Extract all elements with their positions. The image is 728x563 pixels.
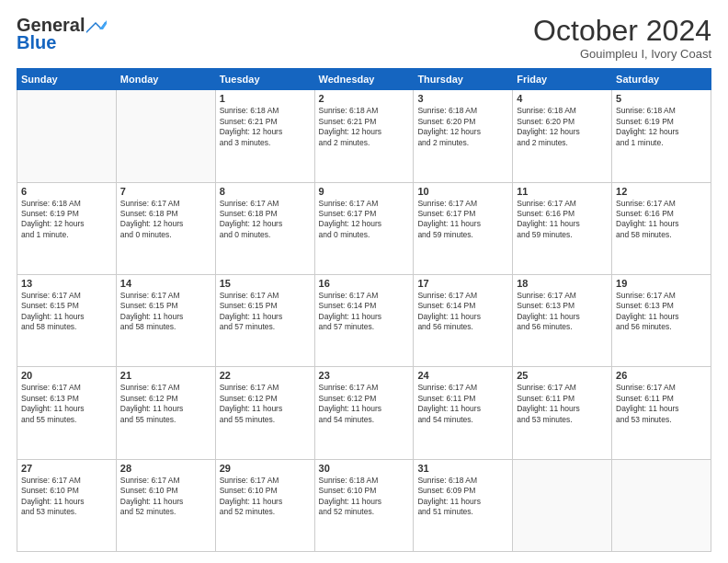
- day-info: Sunrise: 6:17 AM Sunset: 6:15 PM Dayligh…: [120, 291, 211, 333]
- calendar-day-header: Monday: [116, 69, 215, 90]
- day-info: Sunrise: 6:18 AM Sunset: 6:10 PM Dayligh…: [319, 476, 410, 518]
- calendar-cell: [513, 459, 612, 551]
- calendar-week-row: 6Sunrise: 6:18 AM Sunset: 6:19 PM Daylig…: [17, 182, 711, 274]
- day-info: Sunrise: 6:17 AM Sunset: 6:17 PM Dayligh…: [417, 199, 508, 241]
- day-info: Sunrise: 6:17 AM Sunset: 6:15 PM Dayligh…: [220, 291, 311, 333]
- calendar-cell: 17Sunrise: 6:17 AM Sunset: 6:14 PM Dayli…: [414, 274, 513, 366]
- calendar-cell: 5Sunrise: 6:18 AM Sunset: 6:19 PM Daylig…: [612, 90, 711, 182]
- day-info: Sunrise: 6:17 AM Sunset: 6:10 PM Dayligh…: [220, 476, 311, 518]
- day-number: 9: [319, 186, 410, 197]
- day-number: 17: [417, 278, 508, 289]
- calendar-cell: 2Sunrise: 6:18 AM Sunset: 6:21 PM Daylig…: [314, 90, 414, 182]
- calendar-week-row: 13Sunrise: 6:17 AM Sunset: 6:15 PM Dayli…: [17, 274, 711, 366]
- day-info: Sunrise: 6:17 AM Sunset: 6:13 PM Dayligh…: [21, 383, 112, 425]
- day-info: Sunrise: 6:17 AM Sunset: 6:10 PM Dayligh…: [21, 476, 112, 518]
- day-info: Sunrise: 6:17 AM Sunset: 6:12 PM Dayligh…: [120, 383, 211, 425]
- day-number: 5: [616, 93, 707, 104]
- calendar-cell: 24Sunrise: 6:17 AM Sunset: 6:11 PM Dayli…: [414, 367, 513, 459]
- day-number: 11: [517, 186, 608, 197]
- calendar-cell: 10Sunrise: 6:17 AM Sunset: 6:17 PM Dayli…: [414, 182, 513, 274]
- day-number: 27: [21, 463, 112, 474]
- page: General Blue October 2024 Gouimpleu I, I…: [0, 0, 728, 563]
- calendar-week-row: 1Sunrise: 6:18 AM Sunset: 6:21 PM Daylig…: [17, 90, 711, 182]
- day-number: 7: [120, 186, 211, 197]
- calendar-cell: [116, 90, 215, 182]
- day-info: Sunrise: 6:17 AM Sunset: 6:18 PM Dayligh…: [120, 199, 211, 241]
- day-info: Sunrise: 6:17 AM Sunset: 6:16 PM Dayligh…: [616, 199, 707, 241]
- day-info: Sunrise: 6:18 AM Sunset: 6:19 PM Dayligh…: [21, 199, 112, 241]
- calendar-cell: 15Sunrise: 6:17 AM Sunset: 6:15 PM Dayli…: [215, 274, 314, 366]
- calendar-cell: 6Sunrise: 6:18 AM Sunset: 6:19 PM Daylig…: [17, 182, 117, 274]
- calendar-cell: 22Sunrise: 6:17 AM Sunset: 6:12 PM Dayli…: [215, 367, 314, 459]
- calendar-cell: 8Sunrise: 6:17 AM Sunset: 6:18 PM Daylig…: [215, 182, 314, 274]
- month-title: October 2024: [533, 15, 711, 47]
- day-info: Sunrise: 6:17 AM Sunset: 6:13 PM Dayligh…: [616, 291, 707, 333]
- day-number: 20: [21, 370, 112, 381]
- day-number: 21: [120, 370, 211, 381]
- calendar-cell: 4Sunrise: 6:18 AM Sunset: 6:20 PM Daylig…: [513, 90, 612, 182]
- logo-bird-icon: [86, 20, 107, 33]
- calendar-day-header: Wednesday: [314, 69, 414, 90]
- calendar-table: SundayMondayTuesdayWednesdayThursdayFrid…: [17, 68, 711, 552]
- day-number: 1: [220, 93, 311, 104]
- day-number: 30: [319, 463, 410, 474]
- calendar-cell: 30Sunrise: 6:18 AM Sunset: 6:10 PM Dayli…: [314, 459, 414, 551]
- calendar-cell: 7Sunrise: 6:17 AM Sunset: 6:18 PM Daylig…: [116, 182, 215, 274]
- logo: General Blue: [17, 15, 107, 53]
- calendar-cell: 14Sunrise: 6:17 AM Sunset: 6:15 PM Dayli…: [116, 274, 215, 366]
- day-info: Sunrise: 6:17 AM Sunset: 6:11 PM Dayligh…: [616, 383, 707, 425]
- day-info: Sunrise: 6:17 AM Sunset: 6:13 PM Dayligh…: [517, 291, 608, 333]
- day-number: 3: [417, 93, 508, 104]
- day-info: Sunrise: 6:17 AM Sunset: 6:18 PM Dayligh…: [220, 199, 311, 241]
- title-block: October 2024 Gouimpleu I, Ivory Coast: [533, 15, 711, 61]
- day-info: Sunrise: 6:18 AM Sunset: 6:09 PM Dayligh…: [417, 476, 508, 518]
- calendar-cell: 28Sunrise: 6:17 AM Sunset: 6:10 PM Dayli…: [116, 459, 215, 551]
- day-number: 16: [319, 278, 410, 289]
- day-info: Sunrise: 6:17 AM Sunset: 6:10 PM Dayligh…: [120, 476, 211, 518]
- calendar-cell: 1Sunrise: 6:18 AM Sunset: 6:21 PM Daylig…: [215, 90, 314, 182]
- calendar-cell: 9Sunrise: 6:17 AM Sunset: 6:17 PM Daylig…: [314, 182, 414, 274]
- day-number: 22: [220, 370, 311, 381]
- calendar-week-row: 27Sunrise: 6:17 AM Sunset: 6:10 PM Dayli…: [17, 459, 711, 551]
- day-number: 29: [220, 463, 311, 474]
- day-number: 13: [21, 278, 112, 289]
- day-number: 19: [616, 278, 707, 289]
- day-number: 26: [616, 370, 707, 381]
- calendar-cell: 20Sunrise: 6:17 AM Sunset: 6:13 PM Dayli…: [17, 367, 117, 459]
- day-info: Sunrise: 6:17 AM Sunset: 6:12 PM Dayligh…: [319, 383, 410, 425]
- day-info: Sunrise: 6:17 AM Sunset: 6:11 PM Dayligh…: [517, 383, 608, 425]
- day-info: Sunrise: 6:17 AM Sunset: 6:17 PM Dayligh…: [319, 199, 410, 241]
- calendar-cell: 3Sunrise: 6:18 AM Sunset: 6:20 PM Daylig…: [414, 90, 513, 182]
- location: Gouimpleu I, Ivory Coast: [533, 47, 711, 61]
- day-number: 25: [517, 370, 608, 381]
- calendar-cell: 31Sunrise: 6:18 AM Sunset: 6:09 PM Dayli…: [414, 459, 513, 551]
- day-number: 2: [319, 93, 410, 104]
- day-info: Sunrise: 6:17 AM Sunset: 6:14 PM Dayligh…: [417, 291, 508, 333]
- day-info: Sunrise: 6:18 AM Sunset: 6:20 PM Dayligh…: [517, 106, 608, 148]
- calendar-day-header: Sunday: [17, 69, 117, 90]
- day-number: 18: [517, 278, 608, 289]
- calendar-cell: 23Sunrise: 6:17 AM Sunset: 6:12 PM Dayli…: [314, 367, 414, 459]
- calendar-cell: [612, 459, 711, 551]
- day-number: 23: [319, 370, 410, 381]
- day-number: 12: [616, 186, 707, 197]
- calendar-cell: 19Sunrise: 6:17 AM Sunset: 6:13 PM Dayli…: [612, 274, 711, 366]
- day-number: 10: [417, 186, 508, 197]
- calendar-cell: 12Sunrise: 6:17 AM Sunset: 6:16 PM Dayli…: [612, 182, 711, 274]
- day-number: 31: [417, 463, 508, 474]
- calendar-cell: 27Sunrise: 6:17 AM Sunset: 6:10 PM Dayli…: [17, 459, 117, 551]
- calendar-day-header: Thursday: [414, 69, 513, 90]
- day-info: Sunrise: 6:17 AM Sunset: 6:14 PM Dayligh…: [319, 291, 410, 333]
- day-info: Sunrise: 6:18 AM Sunset: 6:21 PM Dayligh…: [220, 106, 311, 148]
- calendar-cell: 11Sunrise: 6:17 AM Sunset: 6:16 PM Dayli…: [513, 182, 612, 274]
- day-number: 4: [517, 93, 608, 104]
- day-info: Sunrise: 6:18 AM Sunset: 6:21 PM Dayligh…: [319, 106, 410, 148]
- calendar-day-header: Friday: [513, 69, 612, 90]
- calendar-cell: 25Sunrise: 6:17 AM Sunset: 6:11 PM Dayli…: [513, 367, 612, 459]
- day-number: 15: [220, 278, 311, 289]
- calendar-cell: 16Sunrise: 6:17 AM Sunset: 6:14 PM Dayli…: [314, 274, 414, 366]
- day-number: 28: [120, 463, 211, 474]
- day-number: 8: [220, 186, 311, 197]
- day-info: Sunrise: 6:17 AM Sunset: 6:15 PM Dayligh…: [21, 291, 112, 333]
- calendar-cell: 21Sunrise: 6:17 AM Sunset: 6:12 PM Dayli…: [116, 367, 215, 459]
